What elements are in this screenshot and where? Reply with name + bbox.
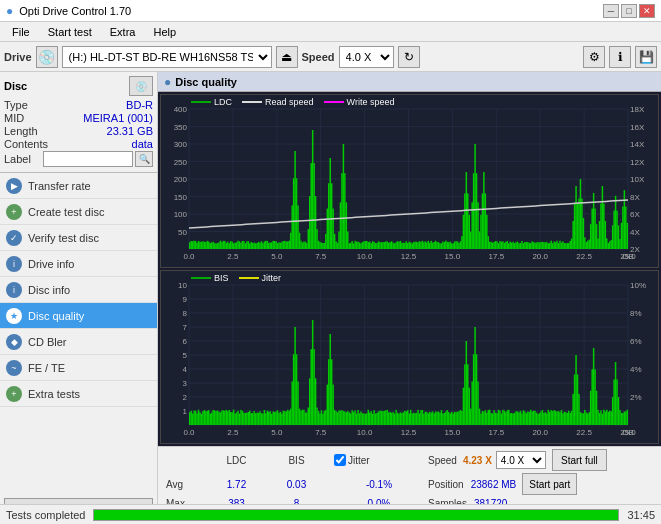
status-bar: Tests completed 31:45 xyxy=(0,504,661,524)
top-chart: LDC Read speed Write speed xyxy=(160,94,659,268)
nav-extra-tests[interactable]: + Extra tests xyxy=(0,381,157,407)
avg-label: Avg xyxy=(166,479,204,490)
close-button[interactable]: ✕ xyxy=(639,4,655,18)
disc-type-val: BD-R xyxy=(126,99,153,111)
progress-bar xyxy=(93,509,619,521)
progress-bar-fill xyxy=(94,510,618,520)
menu-file[interactable]: File xyxy=(4,24,38,40)
nav-disc-quality-label: Disc quality xyxy=(28,310,84,322)
nav-transfer-rate[interactable]: ▶ Transfer rate xyxy=(0,173,157,199)
top-chart-canvas xyxy=(161,95,658,267)
nav-verify-test-disc[interactable]: ✓ Verify test disc xyxy=(0,225,157,251)
extra-tests-icon: + xyxy=(6,386,22,402)
menu-start-test[interactable]: Start test xyxy=(40,24,100,40)
jitter-checkbox[interactable] xyxy=(334,454,346,466)
start-part-button[interactable]: Start part xyxy=(522,473,577,495)
nav-transfer-rate-label: Transfer rate xyxy=(28,180,91,192)
bottom-legend: BIS Jitter xyxy=(191,273,281,283)
drive-select[interactable]: (H:) HL-DT-ST BD-RE WH16NS58 TST4 xyxy=(62,46,272,68)
disc-label-label: Label xyxy=(4,153,31,165)
avg-ldc: 1.72 xyxy=(204,479,269,490)
speed-col-label: Speed xyxy=(428,455,457,466)
nav-cd-bler[interactable]: ◆ CD Bler xyxy=(0,329,157,355)
save-button[interactable]: 💾 xyxy=(635,46,657,68)
drive-icon-btn[interactable]: 💿 xyxy=(36,46,58,68)
charts-area: LDC Read speed Write speed xyxy=(158,92,661,446)
legend-bis: BIS xyxy=(191,273,229,283)
nav-create-test-disc[interactable]: + Create test disc xyxy=(0,199,157,225)
transfer-rate-icon: ▶ xyxy=(6,178,22,194)
disc-title: Disc xyxy=(4,80,27,92)
legend-jitter: Jitter xyxy=(239,273,282,283)
type-label: Type xyxy=(4,99,28,111)
speed-value-display: 4.23 X xyxy=(463,455,492,466)
nav-fe-te[interactable]: ~ FE / TE xyxy=(0,355,157,381)
disc-icon-btn[interactable]: 💿 xyxy=(129,76,153,96)
info-button[interactable]: ℹ xyxy=(609,46,631,68)
length-label: Length xyxy=(4,125,38,137)
nav-disc-info[interactable]: i Disc info xyxy=(0,277,157,303)
fe-te-icon: ~ xyxy=(6,360,22,376)
contents-label: Contents xyxy=(4,138,48,150)
sidebar: Disc 💿 Type BD-R MID MEIRA1 (001) Length… xyxy=(0,72,158,524)
legend-read: Read speed xyxy=(242,97,314,107)
legend-ldc: LDC xyxy=(191,97,232,107)
disc-panel: Disc 💿 Type BD-R MID MEIRA1 (001) Length… xyxy=(0,72,157,173)
content-area: ● Disc quality LDC Read speed xyxy=(158,72,661,524)
dq-title: Disc quality xyxy=(175,76,237,88)
menu-extra[interactable]: Extra xyxy=(102,24,144,40)
settings-button[interactable]: ⚙ xyxy=(583,46,605,68)
col-ldc-header: LDC xyxy=(204,455,269,466)
nav-verify-test-disc-label: Verify test disc xyxy=(28,232,99,244)
bottom-chart: BIS Jitter xyxy=(160,270,659,444)
titlebar-left: ● Opti Drive Control 1.70 xyxy=(6,4,131,18)
write-color xyxy=(324,101,344,103)
disc-length-val: 23.31 GB xyxy=(107,125,153,137)
bis-color xyxy=(191,277,211,279)
ldc-color xyxy=(191,101,211,103)
mid-label: MID xyxy=(4,112,24,124)
dq-icon: ● xyxy=(164,75,171,89)
col-bis-header: BIS xyxy=(269,455,324,466)
titlebar: ● Opti Drive Control 1.70 ─ □ ✕ xyxy=(0,0,661,22)
jitter-col-label: Jitter xyxy=(348,455,370,466)
minimize-button[interactable]: ─ xyxy=(603,4,619,18)
dq-header: ● Disc quality xyxy=(158,72,661,92)
disc-label-input[interactable] xyxy=(43,151,133,167)
nav-create-test-disc-label: Create test disc xyxy=(28,206,104,218)
status-time: 31:45 xyxy=(627,509,655,521)
nav-extra-tests-label: Extra tests xyxy=(28,388,80,400)
disc-info-icon: i xyxy=(6,282,22,298)
read-color xyxy=(242,101,262,103)
disc-contents-val: data xyxy=(132,138,153,150)
drive-info-icon: i xyxy=(6,256,22,272)
create-test-disc-icon: + xyxy=(6,204,22,220)
jitter-color xyxy=(239,277,259,279)
position-label: Position xyxy=(428,479,464,490)
stats-speed-select[interactable]: 4.0 X xyxy=(496,451,546,469)
nav-disc-info-label: Disc info xyxy=(28,284,70,296)
nav-fe-te-label: FE / TE xyxy=(28,362,65,374)
disc-quality-icon: ★ xyxy=(6,308,22,324)
toolbar: Drive 💿 (H:) HL-DT-ST BD-RE WH16NS58 TST… xyxy=(0,42,661,72)
start-full-button[interactable]: Start full xyxy=(552,449,607,471)
nav-cd-bler-label: CD Bler xyxy=(28,336,67,348)
nav-disc-quality[interactable]: ★ Disc quality xyxy=(0,303,157,329)
status-text: Tests completed xyxy=(6,509,85,521)
speed-label: Speed xyxy=(302,51,335,63)
menu-help[interactable]: Help xyxy=(145,24,184,40)
disc-label-btn[interactable]: 🔍 xyxy=(135,151,153,167)
titlebar-controls: ─ □ ✕ xyxy=(603,4,655,18)
top-legend: LDC Read speed Write speed xyxy=(191,97,394,107)
maximize-button[interactable]: □ xyxy=(621,4,637,18)
legend-write: Write speed xyxy=(324,97,395,107)
main: Disc 💿 Type BD-R MID MEIRA1 (001) Length… xyxy=(0,72,661,524)
nav-drive-info-label: Drive info xyxy=(28,258,74,270)
disc-mid-val: MEIRA1 (001) xyxy=(83,112,153,124)
app-icon: ● xyxy=(6,4,13,18)
avg-jitter: -0.1% xyxy=(334,479,424,490)
speed-select[interactable]: 4.0 X xyxy=(339,46,394,68)
nav-drive-info[interactable]: i Drive info xyxy=(0,251,157,277)
refresh-button[interactable]: ↻ xyxy=(398,46,420,68)
eject-button[interactable]: ⏏ xyxy=(276,46,298,68)
